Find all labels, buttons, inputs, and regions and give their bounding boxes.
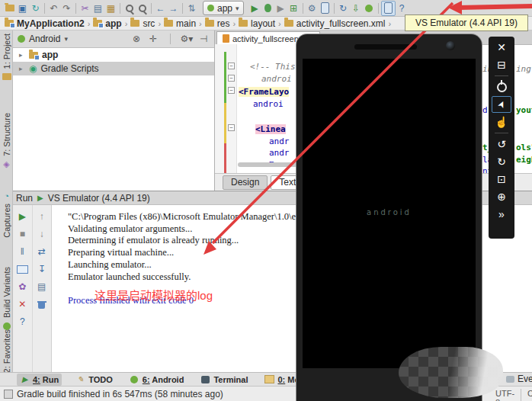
avd-manager-icon[interactable] [319, 2, 332, 15]
folder-icon [93, 20, 102, 27]
forward-icon[interactable]: → [167, 2, 180, 15]
cursor-icon[interactable] [492, 96, 511, 113]
emulator-screen[interactable]: android [303, 59, 476, 368]
tool-tab-captures[interactable]: ◔ Captures [0, 191, 13, 238]
copy-icon[interactable]: ▤ [91, 2, 104, 15]
tool-tab-project[interactable]: 1: Project [0, 34, 13, 82]
event-log-tab[interactable]: Eve [506, 374, 532, 384]
debug-icon[interactable] [261, 2, 274, 15]
search-icon[interactable] [123, 2, 136, 15]
play-icon: ▶ [37, 194, 43, 202]
censored-region [399, 347, 503, 398]
tab-terminal[interactable]: Terminal [197, 374, 251, 386]
vs-emulator-icon[interactable] [381, 1, 396, 16]
save-icon[interactable]: ▣ [16, 2, 29, 15]
fold-icon[interactable]: − [228, 87, 235, 94]
close-icon[interactable]: ✕ [16, 299, 28, 310]
restore-layout-icon[interactable]: ✿ [16, 281, 28, 292]
help-icon[interactable]: ? [16, 316, 28, 327]
rotate-left-icon[interactable]: ↺ [492, 136, 511, 152]
gear-icon[interactable]: ⚙▾ [181, 33, 193, 45]
tab-run[interactable]: ▶4: Run [17, 374, 62, 386]
print-icon[interactable]: ▤ [36, 281, 48, 292]
more-icon[interactable]: » [492, 206, 511, 223]
dump-threads-icon[interactable] [16, 264, 28, 274]
breadcrumb-item[interactable]: activity_fullscreen.xml [284, 18, 386, 29]
breadcrumb-item[interactable]: main [164, 18, 196, 29]
run-configuration-label: app [217, 3, 232, 14]
breadcrumb-item[interactable]: layout [239, 18, 275, 29]
fold-icon[interactable]: − [228, 75, 235, 82]
tab-icon: ✎ [75, 374, 85, 384]
rerun-icon[interactable]: ▶ [16, 211, 28, 222]
project-view-selector[interactable]: Android [29, 34, 60, 44]
rotate-right-icon[interactable]: ↻ [492, 153, 511, 170]
folder-icon [130, 20, 139, 27]
run-coverage-icon[interactable]: ▶ [274, 2, 287, 15]
code-fragment: ols" [516, 143, 532, 152]
gradle-sync-icon[interactable]: ↻ [337, 2, 350, 15]
tab-android[interactable]: 6: Android [127, 374, 187, 386]
settings-wrench-icon[interactable]: ⚙ [306, 2, 319, 15]
collapse-all-icon[interactable]: ⊗ [130, 33, 143, 45]
run-configuration-selector[interactable]: app ▾ [203, 1, 244, 15]
tab-todo[interactable]: ✎TODO [72, 374, 116, 386]
toolbar-tooltip: VS Emulator (4.4 API 19) [405, 14, 528, 31]
fit-screen-icon[interactable]: ⊡ [492, 171, 511, 188]
close-icon[interactable]: ✕ [492, 39, 511, 56]
run-panel-toolbar: ▶■‖✿✕? ↑↓⇄↧▤ [13, 205, 52, 373]
soft-wrap-icon[interactable]: ⇄ [36, 246, 48, 257]
code-attr: andr [269, 148, 290, 158]
phone-speaker [354, 44, 417, 50]
code-tag: <Linea [255, 124, 286, 134]
annotation-text: 这里是启动模拟器的log [95, 287, 213, 303]
context-indicator[interactable]: Co [527, 389, 532, 401]
help-icon[interactable]: ? [396, 2, 409, 15]
zoom-icon[interactable]: ⊕ [492, 188, 511, 205]
cut-icon[interactable]: ✂ [79, 2, 91, 15]
attach-debugger-icon[interactable]: ⊞ [287, 2, 300, 15]
android-boot-logo: android [303, 208, 476, 217]
sdk-manager-icon[interactable]: ⇩ [350, 2, 363, 15]
down-stack-icon[interactable]: ↓ [36, 229, 48, 239]
breadcrumb-item[interactable]: res [205, 18, 230, 29]
run-panel-title: Run [16, 193, 33, 204]
toggle-toolwindows-icon[interactable] [4, 390, 13, 399]
scroll-to-end-icon[interactable]: ↧ [36, 264, 48, 274]
code-fragment: eigh [516, 155, 532, 165]
fold-icon[interactable]: − [228, 63, 235, 69]
breadcrumb-item[interactable]: MyApplication2 [5, 18, 85, 29]
power-icon[interactable] [492, 79, 511, 95]
hide-panel-icon[interactable]: ⊣ [197, 33, 210, 45]
sync-icon[interactable]: ↻ [29, 2, 42, 15]
fold-icon[interactable]: − [228, 124, 235, 131]
locate-icon[interactable]: ✛ [147, 33, 159, 45]
paste-icon[interactable]: ▦ [104, 2, 117, 15]
code-attr: andr [269, 136, 290, 146]
back-icon[interactable]: ← [154, 2, 167, 15]
encoding-indicator[interactable]: UTF-8 [495, 389, 521, 401]
chevron-down-icon[interactable]: ▾ [64, 35, 68, 43]
breadcrumb-item[interactable]: app [93, 18, 121, 29]
tree-item-gradle-scripts[interactable]: ▸ ◉ Gradle Scripts [13, 62, 214, 75]
breadcrumb-item[interactable]: src [130, 18, 155, 29]
pause-icon[interactable]: ‖ [16, 246, 28, 257]
run-icon[interactable]: ▶ [248, 2, 261, 15]
tool-tab-structure[interactable]: 7: Structure ◈ [0, 113, 13, 169]
redo-icon[interactable]: ↷ [60, 2, 73, 15]
touch-icon[interactable]: ☝ [492, 114, 511, 130]
tool-tab-build-variants[interactable]: Build Variants [0, 267, 13, 331]
undo-icon[interactable]: ↶ [47, 2, 60, 15]
tree-item-app[interactable]: ▸ app [13, 48, 214, 62]
open-folder-icon[interactable] [3, 2, 16, 15]
find-replace-icon[interactable] [136, 2, 149, 15]
expand-arrow-icon[interactable]: ▸ [19, 65, 25, 72]
device-monitor-icon[interactable] [363, 2, 376, 15]
clear-console-icon[interactable] [36, 299, 48, 310]
design-tab[interactable]: Design [223, 175, 268, 190]
stop-icon[interactable]: ■ [16, 229, 28, 239]
minimize-icon[interactable]: ⊟ [492, 56, 511, 73]
expand-arrow-icon[interactable]: ▸ [19, 51, 25, 59]
up-stack-icon[interactable]: ↑ [36, 211, 48, 222]
sort-icon[interactable]: ⇅ [185, 2, 198, 15]
